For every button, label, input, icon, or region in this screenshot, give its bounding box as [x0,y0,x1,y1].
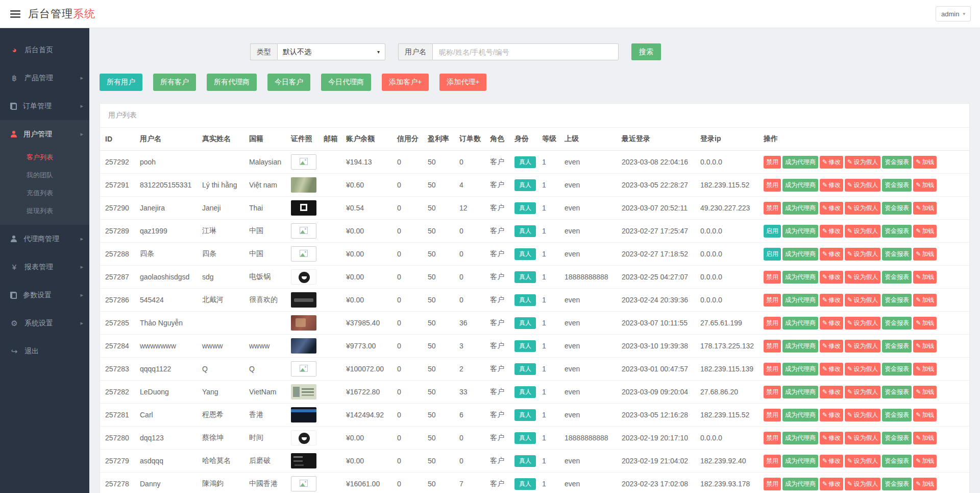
edit-button[interactable]: ✎修改 [820,202,843,215]
edit-button[interactable]: ✎修改 [820,179,843,192]
set-fake-button[interactable]: ✎设为假人 [845,202,880,215]
fund-report-button[interactable]: 资金报表 [882,386,912,398]
sidebar-item-settings[interactable]: ⚙系统设置▸ [0,309,89,337]
set-fake-button[interactable]: ✎设为假人 [845,156,880,169]
become-agent-button[interactable]: 成为代理商 [782,271,818,284]
add-money-button[interactable]: ✎加钱 [913,294,937,307]
sidebar-subitem-withdraw-list[interactable]: 提现列表 [0,202,89,220]
sidebar-item-logout[interactable]: ↪退出 [0,337,89,365]
become-agent-button[interactable]: 成为代理商 [782,179,818,192]
toggle-status-button[interactable]: 启用 [764,248,781,261]
fund-report-button[interactable]: 资金报表 [882,478,912,490]
sidebar-item-orders[interactable]: 订单管理▸ [0,92,89,120]
add-money-button[interactable]: ✎加钱 [913,340,937,353]
add-money-button[interactable]: ✎加钱 [913,409,937,421]
toggle-status-button[interactable]: 禁用 [764,363,781,375]
add-money-button[interactable]: ✎加钱 [913,317,937,330]
set-fake-button[interactable]: ✎设为假人 [845,432,880,444]
set-fake-button[interactable]: ✎设为假人 [845,225,880,238]
set-fake-button[interactable]: ✎设为假人 [845,317,880,330]
set-fake-button[interactable]: ✎设为假人 [845,248,880,261]
add-money-button[interactable]: ✎加钱 [913,156,937,169]
certificate-photo[interactable] [291,338,316,354]
toggle-status-button[interactable]: 禁用 [764,156,781,169]
search-button[interactable]: 搜索 [631,43,661,60]
edit-button[interactable]: ✎修改 [820,455,843,467]
certificate-photo[interactable] [291,223,316,239]
edit-button[interactable]: ✎修改 [820,478,843,490]
user-menu[interactable]: admin ▾ [936,6,971,21]
become-agent-button[interactable]: 成为代理商 [782,225,818,238]
sidebar-item-agents[interactable]: 代理商管理▸ [0,225,89,253]
sidebar-item-products[interactable]: ฿产品管理▸ [0,64,89,92]
edit-button[interactable]: ✎修改 [820,340,843,353]
set-fake-button[interactable]: ✎设为假人 [845,386,880,398]
become-agent-button[interactable]: 成为代理商 [782,248,818,261]
certificate-photo[interactable] [291,269,316,285]
set-fake-button[interactable]: ✎设为假人 [845,340,880,353]
sidebar-subitem-my-team[interactable]: 我的团队 [0,166,89,184]
toggle-status-button[interactable]: 禁用 [764,271,781,284]
edit-button[interactable]: ✎修改 [820,294,843,307]
sidebar-item-params[interactable]: 参数设置▸ [0,281,89,309]
become-agent-button[interactable]: 成为代理商 [782,202,818,215]
add-customer-button[interactable]: 添加客户+ [382,74,429,91]
fund-report-button[interactable]: 资金报表 [882,294,912,307]
toggle-status-button[interactable]: 禁用 [764,179,781,192]
fund-report-button[interactable]: 资金报表 [882,432,912,444]
fund-report-button[interactable]: 资金报表 [882,225,912,238]
edit-button[interactable]: ✎修改 [820,432,843,444]
add-money-button[interactable]: ✎加钱 [913,225,937,238]
certificate-photo[interactable] [291,292,316,308]
become-agent-button[interactable]: 成为代理商 [782,386,818,398]
edit-button[interactable]: ✎修改 [820,363,843,375]
toggle-status-button[interactable]: 禁用 [764,455,781,467]
toggle-status-button[interactable]: 禁用 [764,409,781,421]
fund-report-button[interactable]: 资金报表 [882,340,912,353]
certificate-photo[interactable] [291,453,316,468]
set-fake-button[interactable]: ✎设为假人 [845,455,880,467]
become-agent-button[interactable]: 成为代理商 [782,340,818,353]
sidebar-subitem-customer-list[interactable]: 客户列表 [0,148,89,166]
certificate-photo[interactable] [291,200,316,216]
fund-report-button[interactable]: 资金报表 [882,179,912,192]
all-users-button[interactable]: 所有用户 [100,74,142,91]
certificate-photo[interactable] [291,407,316,422]
fund-report-button[interactable]: 资金报表 [882,271,912,284]
add-money-button[interactable]: ✎加钱 [913,386,937,398]
become-agent-button[interactable]: 成为代理商 [782,317,818,330]
sidebar-item-dashboard[interactable]: ◕后台首页 [0,36,89,64]
add-money-button[interactable]: ✎加钱 [913,432,937,444]
fund-report-button[interactable]: 资金报表 [882,248,912,261]
certificate-photo[interactable] [291,246,316,262]
become-agent-button[interactable]: 成为代理商 [782,156,818,169]
become-agent-button[interactable]: 成为代理商 [782,294,818,307]
sidebar-subitem-recharge-list[interactable]: 充值列表 [0,184,89,202]
certificate-photo[interactable] [291,476,316,491]
sidebar-item-users[interactable]: 用户管理▸ [0,120,89,148]
become-agent-button[interactable]: 成为代理商 [782,409,818,421]
become-agent-button[interactable]: 成为代理商 [782,363,818,375]
all-agents-button[interactable]: 所有代理商 [207,74,257,91]
edit-button[interactable]: ✎修改 [820,317,843,330]
edit-button[interactable]: ✎修改 [820,386,843,398]
edit-button[interactable]: ✎修改 [820,248,843,261]
set-fake-button[interactable]: ✎设为假人 [845,294,880,307]
certificate-photo[interactable] [291,384,316,400]
toggle-status-button[interactable]: 禁用 [764,317,781,330]
edit-button[interactable]: ✎修改 [820,271,843,284]
add-money-button[interactable]: ✎加钱 [913,363,937,375]
edit-button[interactable]: ✎修改 [820,156,843,169]
today-customers-button[interactable]: 今日客户 [267,74,310,91]
become-agent-button[interactable]: 成为代理商 [782,455,818,467]
add-money-button[interactable]: ✎加钱 [913,248,937,261]
sidebar-item-reports[interactable]: ¥报表管理▸ [0,253,89,281]
username-input[interactable] [432,43,619,60]
type-filter-select[interactable]: 默认不选 ▾ [277,43,385,60]
toggle-status-button[interactable]: 启用 [764,225,781,238]
menu-toggle-icon[interactable] [10,9,20,19]
fund-report-button[interactable]: 资金报表 [882,363,912,375]
add-money-button[interactable]: ✎加钱 [913,271,937,284]
certificate-photo[interactable] [291,430,316,445]
fund-report-button[interactable]: 资金报表 [882,202,912,215]
